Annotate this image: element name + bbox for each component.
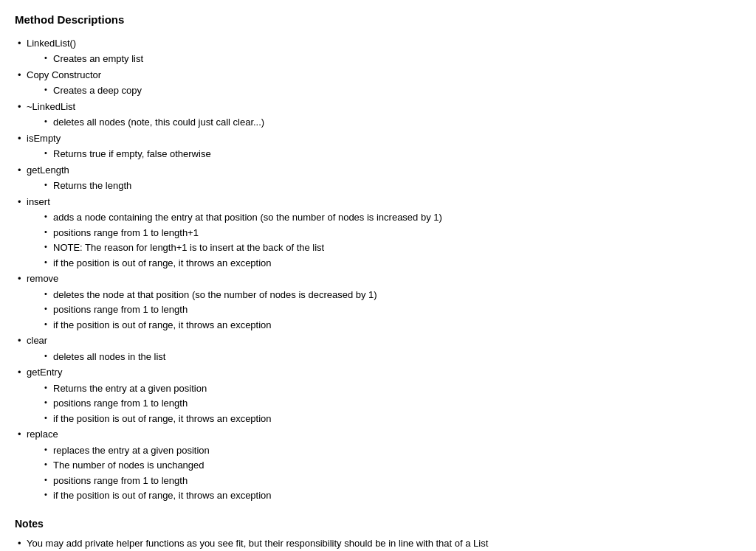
method-bullet: deletes the node at that position (so th… xyxy=(41,288,741,302)
method-item: isEmptyReturns true if empty, false othe… xyxy=(15,131,741,162)
method-name: LinkedList() xyxy=(27,38,76,49)
method-name: remove xyxy=(27,273,58,284)
method-name: ~LinkedList xyxy=(27,101,75,112)
method-bullet: replaces the entry at a given position xyxy=(41,443,741,458)
method-name: replace xyxy=(27,429,58,440)
method-item: Copy ConstructorCreates a deep copy xyxy=(15,68,741,98)
method-bullet: positions range from 1 to length+1 xyxy=(41,226,741,240)
method-bullet: positions range from 1 to length xyxy=(41,396,741,411)
method-name: clear xyxy=(27,335,47,346)
method-bullet: Returns the entry at a given position xyxy=(41,381,741,396)
method-bullets: replaces the entry at a given positionTh… xyxy=(41,443,741,503)
method-bullets: deletes the node at that position (so th… xyxy=(41,288,741,333)
method-bullet: if the position is out of range, it thro… xyxy=(41,318,741,333)
method-bullet: Creates an empty list xyxy=(41,52,741,66)
method-bullets: adds a node containing the entry at that… xyxy=(41,210,741,270)
method-bullets: Returns the length xyxy=(41,179,741,193)
method-item: LinkedList()Creates an empty list xyxy=(15,36,741,66)
method-name: getLength xyxy=(27,164,69,176)
method-item: cleardeletes all nodes in the list xyxy=(15,333,741,364)
method-bullet: Creates a deep copy xyxy=(41,83,741,98)
method-bullet: Returns true if empty, false otherwise xyxy=(41,147,741,162)
method-item: replacereplaces the entry at a given pos… xyxy=(15,427,741,503)
method-bullet: NOTE: The reason for length+1 is to inse… xyxy=(41,240,741,255)
method-item: ~LinkedListdeletes all nodes (note, this… xyxy=(15,100,741,130)
note-item: You may add private helper functions as … xyxy=(15,536,741,551)
notes-title: Notes xyxy=(15,516,741,532)
method-bullet: if the position is out of range, it thro… xyxy=(41,488,741,503)
notes-section: Notes You may add private helper functio… xyxy=(15,516,741,552)
page-title: Method Descriptions xyxy=(15,12,741,29)
method-item: getLengthReturns the length xyxy=(15,163,741,193)
method-bullet: if the position is out of range, it thro… xyxy=(41,412,741,426)
method-name: isEmpty xyxy=(27,133,61,144)
method-bullets: deletes all nodes (note, this could just… xyxy=(41,115,741,130)
method-bullet: positions range from 1 to length xyxy=(41,474,741,488)
method-bullet: adds a node containing the entry at that… xyxy=(41,210,741,225)
method-bullets: Creates an empty list xyxy=(41,52,741,66)
method-name: Copy Constructor xyxy=(27,69,101,80)
method-bullet: The number of nodes is unchanged xyxy=(41,458,741,473)
method-bullets: Creates a deep copy xyxy=(41,83,741,98)
methods-list: LinkedList()Creates an empty listCopy Co… xyxy=(15,36,741,503)
method-bullet: deletes all nodes in the list xyxy=(41,350,741,364)
method-item: insertadds a node containing the entry a… xyxy=(15,195,741,271)
method-name: getEntry xyxy=(27,367,62,378)
method-name: insert xyxy=(27,196,50,207)
method-bullets: deletes all nodes in the list xyxy=(41,350,741,364)
method-item: removedeletes the node at that position … xyxy=(15,271,741,332)
method-bullets: Returns the entry at a given positionpos… xyxy=(41,381,741,426)
method-bullets: Returns true if empty, false otherwise xyxy=(41,147,741,162)
method-bullet: if the position is out of range, it thro… xyxy=(41,256,741,271)
method-bullet: positions range from 1 to length xyxy=(41,302,741,317)
method-bullet: Returns the length xyxy=(41,179,741,193)
notes-list: You may add private helper functions as … xyxy=(15,536,741,552)
method-item: getEntryReturns the entry at a given pos… xyxy=(15,365,741,426)
method-bullet: deletes all nodes (note, this could just… xyxy=(41,115,741,130)
